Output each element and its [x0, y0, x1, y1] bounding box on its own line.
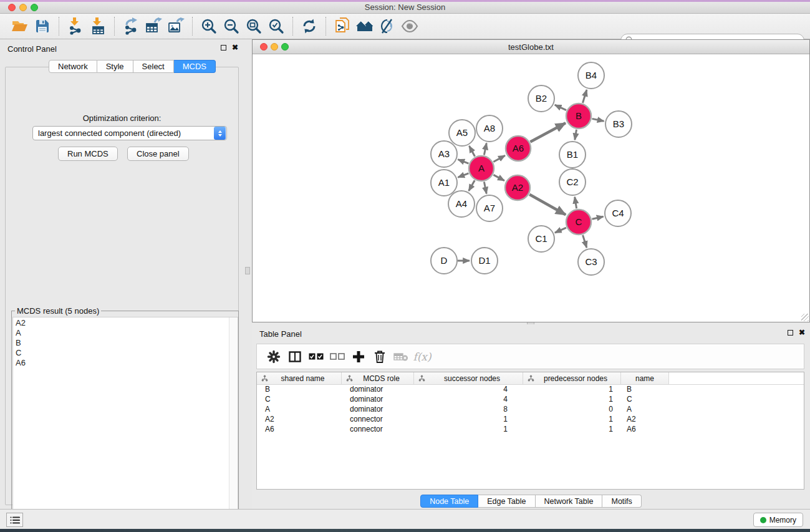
table-cell[interactable]: A6	[621, 425, 669, 435]
graph-edge-B-B1[interactable]	[575, 130, 577, 140]
table-cell[interactable]: 4	[414, 385, 523, 395]
close-window-button[interactable]	[8, 4, 16, 11]
close-panel-icon[interactable]: ✖	[232, 45, 238, 51]
graph-node-B3[interactable]: B3	[605, 111, 632, 137]
graph-node-C3[interactable]: C3	[578, 249, 604, 275]
graph-node-A4[interactable]: A4	[448, 191, 475, 217]
graph-node-B2[interactable]: B2	[528, 85, 554, 112]
mcds-result-list[interactable]: A2ABCA6	[12, 317, 238, 525]
tab-select[interactable]: Select	[133, 60, 174, 73]
column-header-predecessor-nodes[interactable]: predecessor nodes	[523, 372, 621, 384]
memory-button[interactable]: Memory	[753, 513, 803, 527]
table-cell[interactable]: B	[621, 385, 669, 395]
table-cell[interactable]: connector	[342, 415, 414, 425]
select-all-icon[interactable]	[306, 347, 327, 366]
table-row[interactable]: A6connector11A6	[257, 425, 804, 435]
zoom-in-icon[interactable]	[198, 16, 220, 36]
mcds-result-item[interactable]: A	[13, 327, 238, 337]
export-table-icon[interactable]	[142, 16, 165, 36]
graph-edge-A-A1[interactable]	[458, 173, 468, 178]
toggle-graphics-details-icon[interactable]	[376, 16, 398, 36]
table-cell[interactable]: A2	[257, 415, 342, 425]
float-panel-icon[interactable]	[221, 45, 226, 51]
import-network-icon[interactable]	[64, 16, 87, 36]
task-history-button[interactable]	[6, 513, 23, 527]
table-row[interactable]: A2connector11A2	[257, 415, 804, 425]
column-header-shared-name[interactable]: shared name	[257, 372, 342, 384]
graph-edge-A-A4[interactable]	[469, 180, 475, 191]
save-session-icon[interactable]	[31, 16, 54, 36]
tab-edge-table[interactable]: Edge Table	[478, 495, 535, 508]
tab-mcds[interactable]: MCDS	[174, 60, 216, 73]
open-file-icon[interactable]	[9, 16, 31, 36]
zoom-selected-icon[interactable]	[265, 16, 287, 36]
graph-edge-C-C2[interactable]	[575, 197, 577, 209]
graph-edge-A-A7[interactable]	[484, 182, 486, 194]
table-cell[interactable]: dominator	[342, 395, 414, 405]
delete-row-icon[interactable]	[369, 347, 390, 366]
graph-node-C4[interactable]: C4	[605, 200, 631, 226]
mcds-result-item[interactable]: C	[13, 347, 238, 357]
run-mcds-button[interactable]: Run MCDS	[58, 147, 118, 161]
home-icon[interactable]	[354, 16, 376, 36]
net-close-button[interactable]	[260, 43, 268, 51]
table-row[interactable]: Adominator80A	[257, 405, 804, 415]
graph-node-A1[interactable]: A1	[431, 170, 457, 196]
table-row[interactable]: Cdominator41C	[257, 395, 804, 405]
list-scrollbar[interactable]	[229, 317, 238, 525]
graph-edge-A-A3[interactable]	[458, 160, 468, 164]
show-hide-icon[interactable]	[398, 16, 421, 36]
tab-style[interactable]: Style	[97, 60, 133, 73]
graph-node-A5[interactable]: A5	[449, 120, 475, 146]
graph-edge-A-A6[interactable]	[493, 155, 505, 162]
zoom-out-icon[interactable]	[220, 16, 243, 36]
tab-network-table[interactable]: Network Table	[536, 495, 603, 508]
table-cell[interactable]: 4	[414, 395, 523, 405]
table-cell[interactable]: 1	[523, 395, 621, 405]
graph-edge-B-B2[interactable]	[555, 105, 566, 110]
mcds-result-item[interactable]: A2	[13, 317, 238, 327]
minimize-window-button[interactable]	[19, 4, 27, 11]
tab-motifs[interactable]: Motifs	[602, 495, 641, 508]
delete-table-icon[interactable]	[390, 347, 412, 366]
graph-node-C2[interactable]: C2	[559, 169, 586, 195]
close-panel-button[interactable]: Close panel	[127, 147, 189, 161]
graph-edge-C-C4[interactable]	[592, 216, 603, 219]
graph-node-A3[interactable]: A3	[431, 141, 457, 167]
graph-node-B4[interactable]: B4	[578, 62, 604, 89]
mcds-result-item[interactable]: B	[13, 337, 238, 347]
graph-edge-A-A5[interactable]	[469, 146, 475, 157]
table-settings-icon[interactable]	[263, 347, 284, 366]
graph-edge-B-B4[interactable]	[582, 90, 586, 103]
graph-node-D[interactable]: D	[431, 248, 457, 274]
zoom-fit-icon[interactable]	[243, 16, 265, 36]
graph-node-B[interactable]: B	[566, 104, 591, 128]
close-panel-icon[interactable]: ✖	[799, 330, 805, 336]
vertical-divider-handle[interactable]	[245, 267, 250, 274]
graph-edge-A-A2[interactable]	[493, 175, 504, 180]
graph-node-C1[interactable]: C1	[528, 226, 554, 252]
table-cell[interactable]: 1	[414, 415, 523, 425]
zoom-window-button[interactable]	[31, 4, 38, 11]
network-window-titlebar[interactable]: testGlobe.txt	[253, 40, 809, 54]
table-cell[interactable]: 1	[523, 385, 621, 395]
network-graph[interactable]: B4B2BB3A8A5A6A3B1AC2A1A2A4A7C4CC1DD1C3	[253, 54, 809, 322]
import-table-icon[interactable]	[87, 16, 109, 36]
table-cell[interactable]: 1	[523, 415, 621, 425]
window-resize-grip[interactable]	[801, 314, 809, 321]
graph-node-C[interactable]: C	[566, 210, 591, 235]
table-cell[interactable]: dominator	[342, 385, 414, 395]
table-cell[interactable]: 1	[523, 425, 621, 435]
export-image-icon[interactable]	[165, 16, 187, 36]
table-cell[interactable]: C	[621, 395, 669, 405]
criterion-select[interactable]: largest connected component (directed)	[32, 126, 227, 140]
graph-edge-A6-B[interactable]	[530, 123, 565, 142]
graph-node-D1[interactable]: D1	[471, 248, 498, 274]
network-file-icon[interactable]	[331, 16, 354, 36]
net-zoom-button[interactable]	[281, 43, 289, 51]
tab-node-table[interactable]: Node Table	[420, 495, 478, 508]
graph-edge-C-C3[interactable]	[583, 235, 587, 248]
graph-edge-C-C1[interactable]	[555, 228, 566, 233]
column-header-name[interactable]: name	[621, 372, 669, 384]
graph-node-A7[interactable]: A7	[476, 195, 503, 221]
